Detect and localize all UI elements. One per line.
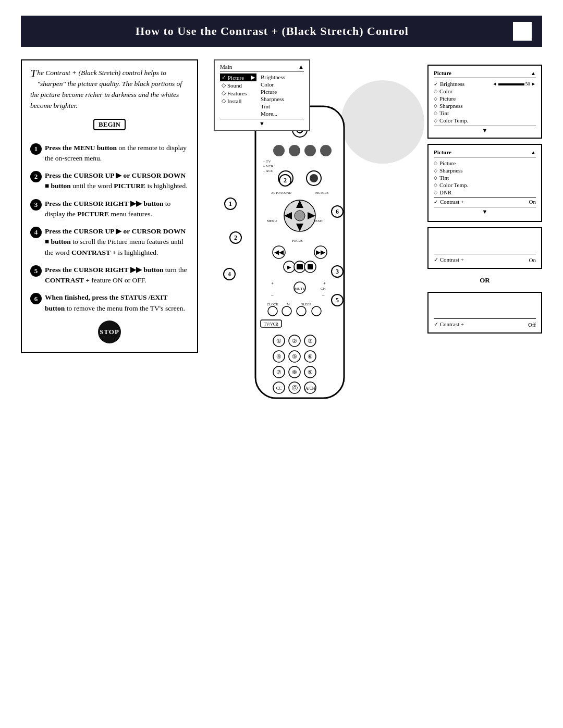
- step-2-content: Press the CURSOR UP ▶ or CURSOR DOWN ■ b…: [45, 170, 189, 192]
- mm-picture-check: ✓: [222, 74, 226, 81]
- svg-text:SLEEP: SLEEP: [301, 302, 312, 306]
- mm-features-label: Features: [227, 90, 247, 96]
- screen2-header: Picture ▲: [434, 149, 536, 157]
- stop-badge: STOP: [30, 320, 189, 343]
- step-1: 1 Press the MENU button on the remote to…: [30, 143, 189, 164]
- stop-circle: STOP: [98, 320, 121, 343]
- screen-result-off: ✓ Contrast + Off: [427, 292, 542, 334]
- svg-point-48: [282, 306, 291, 316]
- svg-text:◀◀: ◀◀: [274, 249, 284, 256]
- svg-text:MENU: MENU: [267, 219, 277, 223]
- svg-point-23: [295, 211, 305, 221]
- main-menu-screen-container: Main ▲ ✓ Picture ▶ ◇ Sound: [214, 59, 310, 131]
- screen2-tint: ◇ Tint: [434, 174, 536, 181]
- mm-install-diamond: ◇: [222, 97, 226, 104]
- screen3-contrast-row: ✓ Contrast + On: [434, 254, 536, 264]
- svg-text:+: +: [271, 280, 274, 286]
- screen2-up-arrow: ▲: [531, 150, 536, 155]
- svg-text:⓪: ⓪: [292, 385, 298, 391]
- screen4-contrast-row: ✓ Contrast + Off: [434, 318, 536, 328]
- svg-text:PICTURE: PICTURE: [315, 191, 328, 194]
- step-overlay-2b: 2: [279, 174, 291, 187]
- screen2-sharpness-label: Sharpness: [439, 167, 463, 174]
- screen2-title: Picture: [434, 149, 451, 155]
- mm-sound-label: Sound: [227, 82, 242, 89]
- screen1-picture: ◇ Picture: [434, 95, 536, 102]
- svg-text:⑦: ⑦: [276, 369, 282, 375]
- svg-text:MUTE: MUTE: [295, 287, 305, 291]
- remote-control: ⏻ POWER – TV – VCR – ACC: [240, 101, 360, 405]
- screen1-colortemp: ◇ Color Temp.: [434, 117, 536, 124]
- screen2-picture: ◇ Picture: [434, 159, 536, 167]
- screen3-contrast-value: On: [529, 257, 536, 263]
- screen1-up-arrow: ▲: [531, 70, 536, 76]
- mm-down-arrow: ▼: [259, 120, 265, 127]
- svg-point-50: [312, 306, 321, 316]
- page-title: How to Use the Contrast + (Black Stretch…: [31, 24, 513, 38]
- svg-text:CC: CC: [276, 386, 282, 391]
- mm-install-row: ◇ Install: [220, 97, 256, 105]
- svg-text:④: ④: [276, 353, 282, 360]
- mm-install-label: Install: [227, 98, 242, 104]
- svg-text:⑨: ⑨: [308, 369, 313, 375]
- step-3: 3 Press the CURSOR RIGHT ▶▶ button to di…: [30, 199, 189, 220]
- screen2-dnr-label: DNR: [439, 189, 451, 195]
- intro-text: T he Contrast + (Black Stretch) control …: [30, 68, 189, 112]
- screen2-picture-label: Picture: [439, 160, 456, 166]
- step-3-content: Press the CURSOR RIGHT ▶▶ button to disp…: [45, 199, 189, 220]
- svg-text:+: +: [323, 280, 326, 286]
- svg-text:– TV: – TV: [263, 159, 271, 164]
- step-6: 6 When finished, press the STATUS /EXIT …: [30, 292, 189, 314]
- svg-point-8: [320, 145, 332, 156]
- screen1-tint-label: Tint: [439, 110, 449, 116]
- svg-text:⑧: ⑧: [292, 369, 297, 375]
- screen1-colortemp-label: Color Temp.: [439, 117, 468, 124]
- left-panel: T he Contrast + (Black Stretch) control …: [21, 59, 198, 353]
- svg-point-47: [268, 306, 277, 316]
- screen1-tint: ◇ Tint: [434, 109, 536, 117]
- screen-result-on: ✓ Contrast + On: [427, 227, 542, 269]
- mm-picture-arrow: ▶: [251, 74, 255, 81]
- svg-text:③: ③: [308, 338, 313, 344]
- screen2-colortemp-label: Color Temp.: [439, 182, 468, 188]
- step-overlay-1: 1: [224, 198, 237, 210]
- svg-text:FOCUS: FOCUS: [292, 239, 303, 242]
- svg-point-7: [304, 145, 316, 156]
- svg-text:▶▶: ▶▶: [316, 249, 326, 256]
- step-1-content: Press the MENU button on the remote to d…: [45, 143, 189, 164]
- mm-picture-label: Picture: [228, 75, 244, 81]
- step-4-number: 4: [30, 227, 42, 238]
- screen2-sharpness: ◇ Sharpness: [434, 167, 536, 174]
- drop-cap: T: [30, 68, 36, 79]
- begin-badge: BEGIN: [93, 119, 126, 130]
- mm-sub-sharpness: Sharpness: [261, 95, 302, 103]
- screen3-contrast-label: ✓ Contrast +: [434, 256, 464, 263]
- svg-rect-34: [297, 264, 303, 269]
- screen1-header: Picture ▲: [434, 70, 536, 78]
- screen1-title: Picture: [434, 70, 451, 76]
- mm-features-diamond: ◇: [222, 90, 226, 96]
- screen1-picture-label: Picture: [439, 95, 456, 102]
- step-3-number: 3: [30, 199, 42, 211]
- screen1-brightness-label: Brightness: [440, 81, 464, 87]
- step-overlay-4: 4: [223, 268, 236, 280]
- screen1-color-label: Color: [439, 88, 452, 94]
- mm-features-row: ◇ Features: [220, 89, 256, 97]
- svg-text:▶: ▶: [287, 264, 291, 270]
- screen4-contrast-value: Off: [528, 322, 536, 328]
- intro-body: he Contrast + (Black Stretch) control he…: [30, 69, 182, 109]
- main-content: T he Contrast + (Black Stretch) control …: [21, 59, 542, 353]
- svg-text:AUTO SOUND: AUTO SOUND: [271, 191, 291, 194]
- mm-picture-row: ✓ Picture ▶: [220, 73, 256, 81]
- svg-point-5: [273, 145, 285, 156]
- svg-text:EXIT: EXIT: [315, 219, 323, 223]
- step-2: 2 Press the CURSOR UP ▶ or CURSOR DOWN ■…: [30, 170, 189, 192]
- step-5: 5 Press the CURSOR RIGHT ▶▶ button turn …: [30, 265, 189, 286]
- mm-sound-row: ◇ Sound: [220, 81, 256, 89]
- svg-text:⑤: ⑤: [292, 353, 297, 360]
- step-5-content: Press the CURSOR RIGHT ▶▶ button turn th…: [45, 265, 189, 286]
- screen2-colortemp: ◇ Color Temp.: [434, 181, 536, 189]
- screen1-brightness: ✓ Brightness ◄ 50 ►: [434, 80, 536, 88]
- corner-decoration: [513, 22, 532, 41]
- mm-sub-picture: Picture: [261, 88, 302, 95]
